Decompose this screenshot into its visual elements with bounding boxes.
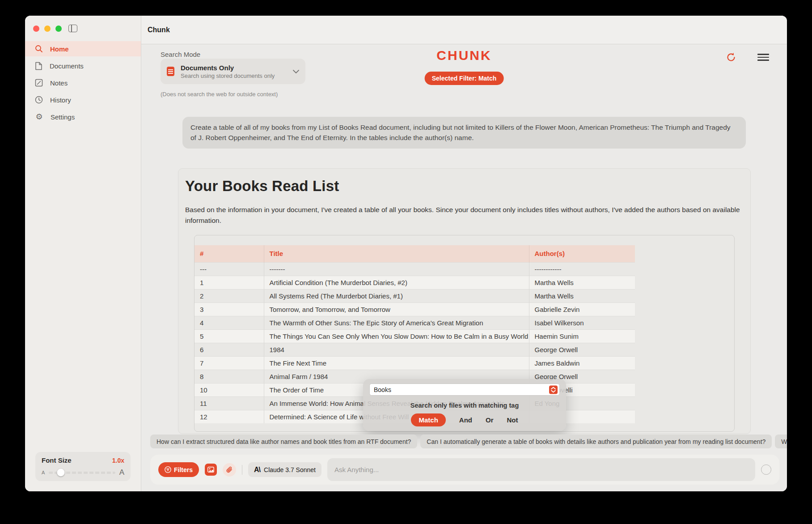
composer-bar: Filters A\ Claude 3.7 Sonnet	[150, 455, 779, 485]
close-window-button[interactable]	[33, 26, 39, 32]
table-cell: 1	[195, 276, 264, 289]
sidebar-nav: Home Documents Notes History ⚙ Settings	[25, 41, 141, 126]
search-mode-subtitle: Search using stored documents only	[181, 72, 287, 79]
table-row: 5The Things You Can See Only When You Sl…	[195, 329, 635, 343]
table-cell: 6	[195, 343, 264, 356]
sidebar-item-label: Home	[50, 45, 69, 53]
sidebar-item-home[interactable]: Home	[25, 41, 141, 56]
table-cell: ---	[195, 262, 264, 276]
popover-caption: Search only files with matching tag	[369, 402, 560, 409]
sidebar-item-label: Documents	[50, 62, 84, 70]
chunk-logo: CHUNK	[436, 48, 491, 63]
table-cell: 4	[195, 316, 264, 329]
table-cell: Martha Wells	[529, 289, 635, 302]
table-row: 7The Fire Next TimeJames Baldwin	[195, 356, 635, 370]
document-icon	[35, 62, 42, 70]
operator-and-button[interactable]: And	[459, 416, 472, 424]
sidebar-item-notes[interactable]: Notes	[25, 75, 141, 90]
model-name: Claude 3.7 Sonnet	[264, 466, 316, 473]
table-cell: 11	[195, 396, 264, 410]
chevron-down-icon	[293, 70, 299, 73]
document-icon	[167, 67, 174, 76]
refresh-icon[interactable]	[725, 51, 737, 63]
table-row: 2All Systems Red (The Murderbot Diaries,…	[195, 289, 635, 302]
table-header-row: # Title Author(s)	[195, 245, 635, 262]
table-cell: 10	[195, 383, 264, 396]
font-size-label: Font Size	[42, 456, 72, 464]
note-edit-icon	[35, 79, 43, 87]
font-size-max-label: A	[119, 468, 124, 477]
table-cell: The Fire Next Time	[264, 356, 529, 370]
table-cell: 2	[195, 289, 264, 302]
table-cell: George Orwell	[529, 343, 635, 356]
clock-icon	[35, 96, 43, 104]
user-query-bubble: Create a table of all of my books from m…	[182, 117, 746, 149]
font-size-min-label: A	[42, 470, 45, 475]
col-header-authors: Author(s)	[529, 245, 635, 262]
app-window: Home Documents Notes History ⚙ Settings …	[25, 16, 787, 491]
table-cell: -------	[264, 262, 529, 276]
table-cell: 3	[195, 302, 264, 316]
hamburger-menu-icon[interactable]	[757, 53, 769, 62]
sidebar-item-label: Settings	[51, 113, 75, 121]
model-selector-button[interactable]: A\ Claude 3.7 Sonnet	[248, 462, 321, 477]
operator-or-button[interactable]: Or	[486, 416, 494, 424]
font-size-panel: Font Size 1.0x A A	[35, 452, 131, 481]
table-cell: The Warmth of Other Suns: The Epic Story…	[264, 316, 529, 329]
table-cell: All Systems Red (The Murderbot Diaries, …	[264, 289, 529, 302]
operator-match-button[interactable]: Match	[411, 413, 445, 426]
table-cell: 5	[195, 329, 264, 343]
sidebar-item-documents[interactable]: Documents	[25, 58, 141, 73]
filter-icon	[165, 466, 171, 473]
filters-button-label: Filters	[174, 466, 193, 473]
suggestion-chip[interactable]: Can I automatically generate a table of …	[420, 435, 772, 448]
filter-operator-group: Match And Or Not	[369, 413, 560, 426]
col-header-title: Title	[264, 245, 529, 262]
selected-filter-badge: Selected Filter: Match	[425, 72, 504, 85]
ask-input[interactable]	[327, 458, 755, 481]
font-size-slider-thumb[interactable]	[57, 469, 65, 477]
sidebar-item-history[interactable]: History	[25, 92, 141, 107]
main-area: Chunk Search Mode Documents Only Search …	[141, 16, 787, 491]
minimize-window-button[interactable]	[44, 26, 51, 32]
attach-file-button[interactable]	[223, 463, 236, 477]
table-cell: Tomorrow, and Tomorrow, and Tomorrow	[264, 302, 529, 316]
gear-icon: ⚙	[35, 113, 43, 121]
content-area: Search Mode Documents Only Search using …	[141, 44, 787, 491]
table-cell: 1984	[264, 343, 529, 356]
sidebar-toggle-icon[interactable]	[68, 25, 77, 32]
table-cell: 8	[195, 370, 264, 383]
table-row: 61984George Orwell	[195, 343, 635, 356]
font-size-slider[interactable]	[49, 472, 115, 474]
search-mode-dropdown[interactable]: Documents Only Search using stored docum…	[161, 59, 305, 84]
sidebar-item-label: History	[50, 96, 71, 104]
table-cell: 12	[195, 410, 264, 423]
table-cell: The Things You Can See Only When You Slo…	[264, 329, 529, 343]
filters-button[interactable]: Filters	[158, 462, 199, 477]
search-mode-title: Documents Only	[181, 64, 287, 72]
paperclip-icon	[226, 466, 233, 473]
window-controls	[33, 26, 62, 32]
suggestion-chip[interactable]: What tools	[775, 435, 787, 448]
tag-filter-popover: Books Search only files with matching ta…	[363, 379, 566, 431]
tag-select[interactable]: Books	[369, 383, 560, 396]
select-stepper-icon[interactable]	[549, 385, 558, 394]
attach-image-button[interactable]	[205, 464, 217, 476]
zoom-window-button[interactable]	[55, 26, 62, 32]
response-title: Your Books Read List	[185, 178, 742, 195]
table-separator-row: ----------------------	[195, 262, 635, 276]
title-bar: Chunk	[141, 16, 787, 44]
table-cell: Gabrielle Zevin	[529, 302, 635, 316]
operator-not-button[interactable]: Not	[507, 416, 518, 424]
font-size-value: 1.0x	[112, 457, 124, 464]
search-mode-note: (Does not search the web for outside con…	[161, 91, 278, 98]
response-intro: Based on the information in your documen…	[185, 204, 742, 226]
table-cell: Martha Wells	[529, 276, 635, 289]
anthropic-logo-icon: A\	[254, 466, 260, 474]
sidebar-item-settings[interactable]: ⚙ Settings	[25, 109, 141, 124]
suggestion-chip[interactable]: How can I extract structured data like a…	[150, 435, 417, 448]
suggestion-chips: How can I extract structured data like a…	[150, 435, 787, 448]
send-status-circle[interactable]	[761, 464, 771, 475]
search-icon	[35, 45, 43, 53]
col-header-num: #	[195, 245, 264, 262]
